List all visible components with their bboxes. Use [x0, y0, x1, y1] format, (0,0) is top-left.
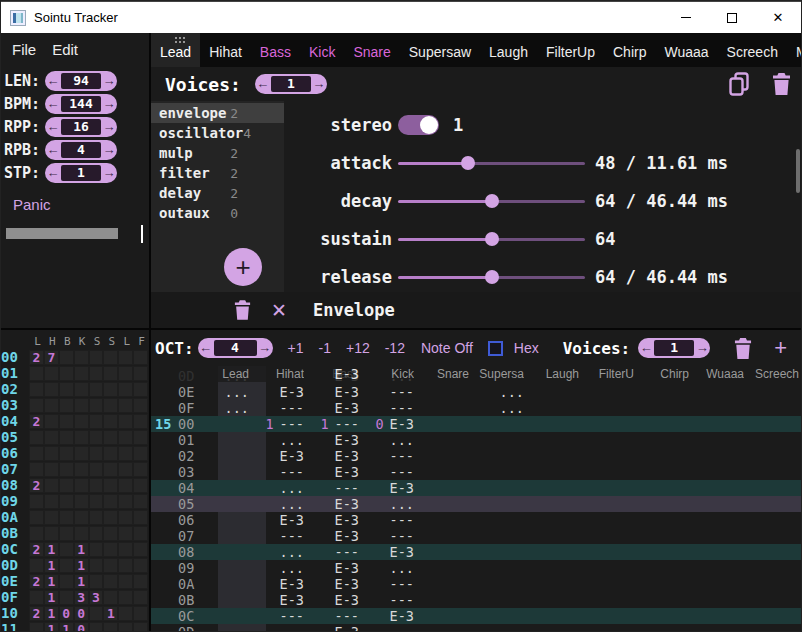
note-cell[interactable] [637, 528, 692, 544]
copy-instrument-button[interactable] [728, 72, 750, 96]
note-cell[interactable] [472, 608, 527, 624]
note-cell[interactable]: ... [252, 480, 307, 496]
pattern-cell[interactable] [134, 415, 147, 428]
note-cell[interactable] [527, 576, 582, 592]
pattern-cell[interactable] [134, 591, 147, 604]
note-cell[interactable]: --- [307, 480, 362, 496]
delete-instrument-button[interactable] [772, 73, 791, 95]
note-cell[interactable] [582, 624, 637, 631]
note-cell[interactable] [197, 528, 252, 544]
pattern-cell[interactable] [90, 447, 103, 460]
track-header-supersa[interactable]: Supersa [472, 366, 527, 382]
note-cell[interactable] [472, 560, 527, 576]
unit-list-item-oscillator[interactable]: oscillator4 [151, 123, 284, 143]
note-cell[interactable] [197, 480, 252, 496]
track-header-screech[interactable]: Screech [747, 366, 801, 382]
note-cell[interactable]: ... [197, 384, 252, 400]
pattern-cell[interactable] [75, 431, 88, 444]
note-cell[interactable]: --- [362, 448, 417, 464]
note-cell[interactable] [582, 400, 637, 416]
note-cell[interactable] [692, 400, 747, 416]
pattern-cell[interactable] [60, 575, 73, 588]
note-cell[interactable] [637, 496, 692, 512]
note-cell[interactable] [527, 384, 582, 400]
param-slider[interactable] [398, 270, 585, 284]
pattern-cell[interactable] [104, 415, 117, 428]
note-cell[interactable] [692, 448, 747, 464]
note-cell[interactable] [417, 448, 472, 464]
pattern-cell[interactable] [104, 543, 117, 556]
pattern-cell[interactable] [119, 543, 132, 556]
note-cell[interactable] [637, 576, 692, 592]
stepper-increment-arrow[interactable]: → [101, 117, 117, 137]
pattern-cell[interactable] [90, 511, 103, 524]
pattern-cell[interactable] [90, 383, 103, 396]
delete-unit-button[interactable] [234, 300, 251, 320]
pattern-cell[interactable] [104, 623, 117, 632]
pattern-cell[interactable] [104, 527, 117, 540]
note-cell[interactable] [692, 576, 747, 592]
pattern-cell[interactable] [30, 431, 43, 444]
note-cell[interactable] [637, 400, 692, 416]
pattern-cell[interactable] [104, 591, 117, 604]
pattern-cell[interactable] [75, 463, 88, 476]
pattern-cell[interactable] [45, 479, 58, 492]
pattern-cell[interactable] [75, 367, 88, 380]
note-cell[interactable]: E-3 [307, 512, 362, 528]
tab-hihat[interactable]: Hihat [200, 33, 251, 67]
voices-stepper[interactable]: ←1→ [255, 74, 327, 94]
pattern-cell[interactable] [134, 479, 147, 492]
note-cell[interactable] [472, 432, 527, 448]
pattern-cell[interactable] [90, 399, 103, 412]
note-cell[interactable] [692, 544, 747, 560]
song-field-stepper[interactable]: ←4→ [45, 140, 117, 160]
pattern-cell[interactable] [60, 479, 73, 492]
pattern-cell[interactable]: 2 [30, 607, 43, 620]
note-cell[interactable]: --- [362, 464, 417, 480]
track-header-lead[interactable]: Lead [197, 366, 252, 382]
note-cell[interactable] [637, 384, 692, 400]
pattern-cell[interactable] [75, 351, 88, 364]
note-cell[interactable] [197, 544, 252, 560]
note-off-button[interactable]: Note Off [421, 340, 473, 356]
note-cell[interactable] [692, 624, 747, 631]
note-cell[interactable] [417, 416, 472, 432]
tab-wuaaa[interactable]: Wuaaa [655, 33, 717, 67]
note-cell[interactable] [527, 496, 582, 512]
pattern-cell[interactable] [119, 527, 132, 540]
transpose-button-plus12[interactable]: +12 [346, 340, 370, 356]
note-cell[interactable] [472, 416, 527, 432]
note-cell[interactable]: ... [252, 544, 307, 560]
track-header-hihat[interactable]: Hihat [252, 366, 307, 382]
note-cell[interactable] [582, 608, 637, 624]
note-cell[interactable]: ... [362, 560, 417, 576]
pattern-cell[interactable] [30, 367, 43, 380]
tab-laugh[interactable]: Laugh [480, 33, 537, 67]
pattern-cell[interactable]: 2 [30, 415, 43, 428]
note-cell[interactable] [527, 512, 582, 528]
note-cell[interactable] [197, 624, 252, 631]
pattern-cell[interactable]: 1 [75, 575, 88, 588]
pattern-cell[interactable] [134, 575, 147, 588]
stepper-increment-arrow[interactable]: → [101, 140, 117, 160]
pattern-cell[interactable]: 2 [30, 479, 43, 492]
pattern-cell[interactable] [75, 447, 88, 460]
note-cell[interactable]: E-3 [307, 432, 362, 448]
note-cell[interactable] [527, 608, 582, 624]
pattern-cell[interactable] [90, 559, 103, 572]
note-cell[interactable] [582, 432, 637, 448]
note-cell[interactable] [692, 528, 747, 544]
note-cell[interactable]: E-3 [307, 448, 362, 464]
delete-track-button[interactable] [734, 338, 752, 359]
note-cell[interactable]: E-3 [307, 496, 362, 512]
pattern-cell[interactable]: 2 [30, 543, 43, 556]
stereo-toggle[interactable] [398, 115, 439, 135]
note-cell[interactable] [582, 448, 637, 464]
pattern-cell[interactable] [90, 623, 103, 632]
note-cell[interactable] [197, 576, 252, 592]
note-cell[interactable]: --- [362, 592, 417, 608]
stepper-decrement-arrow[interactable]: ← [255, 74, 271, 94]
note-cell[interactable] [472, 576, 527, 592]
params-scrollbar[interactable] [796, 149, 800, 193]
pattern-cell[interactable] [134, 623, 147, 632]
